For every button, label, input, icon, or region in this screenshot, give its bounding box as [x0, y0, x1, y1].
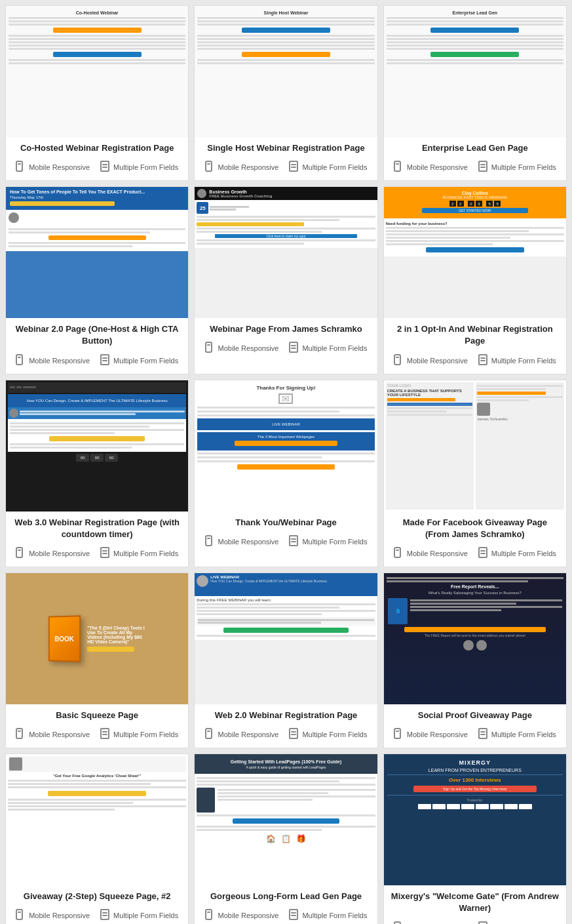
card-webinar20[interactable]: How To Get Tones of People To Tell You T…	[5, 186, 189, 374]
form-icon-badge	[478, 728, 489, 741]
thumbnail-2in1: Clay Collins BUSINESS FAST TRACK WEBINAR…	[384, 187, 566, 318]
form-badge: Multiple Form Fields	[100, 354, 178, 367]
mobile-badge: Mobile Responsive	[16, 547, 90, 560]
phone-icon	[16, 728, 26, 741]
form-badge: Multiple Form Fields	[478, 354, 556, 367]
form-icon-badge	[289, 535, 299, 548]
card-badges-thankyou: Mobile Responsive Multiple Form Fields	[200, 532, 373, 555]
form-badge: Multiple Form Fields	[100, 161, 178, 174]
card-2in1[interactable]: Clay Collins BUSINESS FAST TRACK WEBINAR…	[383, 186, 567, 374]
card-single-host[interactable]: Single Host Webinar Single Host Webinar …	[194, 5, 377, 181]
james-photo	[197, 189, 206, 198]
thumbnail-facebook: YOUR LOGO CREATE A BUSINESS THAT SUPPORT…	[384, 380, 566, 512]
thumbnail-giveaway2step: "Get Your Free Google Analytics 'Cheat S…	[6, 754, 188, 885]
card-badges-giveaway2step: Mobile Responsive Multiple Form Fields	[10, 906, 183, 924]
card-badges-web30: Mobile Responsive Multiple Form Fields	[10, 544, 183, 567]
mobile-badge: Mobile Responsive	[205, 909, 279, 922]
card-james[interactable]: Business Growth FREE Business Growth Coa…	[194, 186, 377, 374]
mobile-badge: Mobile Responsive	[394, 728, 468, 741]
thumbnail-enterprise: Enterprise Lead Gen	[384, 6, 566, 137]
card-title-cohosted: Co-Hosted Webinar Registration Page	[14, 137, 181, 158]
thumbnail-cohosted: Co-Hosted Webinar	[6, 6, 188, 137]
card-title-james: Webinar Page From James Schramko	[203, 318, 368, 339]
phone-icon	[205, 909, 216, 922]
card-badges-webinar20: Mobile Responsive Multiple Form Fields	[10, 352, 183, 374]
card-badges-james: Mobile Responsive Multiple Form Fields	[200, 339, 373, 361]
form-badge: Multiple Form Fields	[478, 547, 556, 560]
card-badges-gorgeous: Mobile Responsive Multiple Form Fields	[200, 906, 373, 924]
card-title-facebook: Made For Facebook Giveaway Page (From Ja…	[384, 512, 566, 544]
form-icon-badge	[478, 547, 489, 560]
thumbnail-gorgeous: Getting Started With LeadPages (100% Fre…	[195, 754, 377, 885]
card-cohosted[interactable]: Co-Hosted Webinar Co-Hosted Webinar Regi…	[5, 5, 189, 181]
form-icon-badge	[100, 547, 111, 560]
form-badge: Multiple Form Fields	[478, 728, 556, 741]
clay-collins-label: Clay Collins	[387, 191, 563, 195]
thumbnail-single: Single Host Webinar	[195, 6, 377, 137]
card-thankyou[interactable]: Thanks For Signing Up! ✉ LIVE WEBINAR Th…	[194, 380, 377, 567]
phone-icon	[394, 921, 404, 925]
card-enterprise[interactable]: Enterprise Lead Gen Enterprise Lead Gen …	[383, 5, 567, 181]
card-title-enterprise: Enterprise Lead Gen Page	[415, 137, 535, 158]
thumbnail-basic-squeeze: BOOK "The 5 (Dirt Cheap) Tools I Use To …	[6, 573, 188, 704]
form-icon-badge	[289, 342, 299, 355]
form-badge: Multiple Form Fields	[478, 921, 556, 925]
card-badges-web20: Mobile Responsive Multiple Form Fields	[200, 725, 373, 748]
mobile-badge: Mobile Responsive	[205, 161, 279, 174]
card-title-social-proof: Social Proof Giveaway Page	[411, 704, 539, 725]
form-icon-badge	[478, 161, 489, 174]
card-gorgeous[interactable]: Getting Started With LeadPages (100% Fre…	[194, 753, 377, 924]
thumbnail-social-proof: Free Report Reveals... What's Really Sab…	[384, 573, 566, 704]
card-mixergy[interactable]: MIXERGY LEARN FROM PROVEN ENTREPRENEURS …	[383, 753, 567, 924]
thumbnail-mixergy: MIXERGY LEARN FROM PROVEN ENTREPRENEURS …	[384, 754, 566, 885]
card-title-gorgeous: Gorgeous Long-Form Lead Gen Page	[204, 885, 368, 906]
phone-icon	[16, 354, 26, 367]
phone-icon	[16, 161, 26, 174]
card-web20[interactable]: LIVE WEBINAR How YOU Can Design, Create …	[194, 572, 377, 748]
form-icon-badge	[100, 354, 111, 367]
thumbnail-thankyou: Thanks For Signing Up! ✉ LIVE WEBINAR Th…	[195, 380, 377, 512]
form-badge: Multiple Form Fields	[289, 535, 367, 548]
card-title-thankyou: Thank You/Webinar Page	[229, 512, 343, 532]
card-badges-basic: Mobile Responsive Multiple Form Fields	[10, 725, 183, 748]
mobile-badge: Mobile Responsive	[394, 547, 468, 560]
card-giveaway2step[interactable]: "Get Your Free Google Analytics 'Cheat S…	[5, 753, 189, 924]
mobile-badge: Mobile Responsive	[394, 161, 468, 174]
mobile-badge: Mobile Responsive	[394, 354, 468, 367]
mobile-badge: Mobile Responsive	[205, 342, 279, 355]
card-badges-enterprise: Mobile Responsive Multiple Form Fields	[389, 158, 562, 180]
form-icon-badge	[100, 909, 111, 922]
phone-icon	[16, 909, 26, 922]
card-title-webinar20: Webinar 2.0 Page (One-Host & High CTA Bu…	[6, 318, 188, 351]
phone-icon	[394, 728, 404, 741]
form-badge: Multiple Form Fields	[289, 728, 367, 741]
form-badge: Multiple Form Fields	[289, 909, 367, 922]
form-icon-badge	[100, 728, 111, 741]
card-facebook[interactable]: YOUR LOGO CREATE A BUSINESS THAT SUPPORT…	[383, 380, 567, 567]
thumbnail-webinar20: How To Get Tones of People To Tell You T…	[6, 187, 188, 318]
form-icon-badge	[289, 728, 299, 741]
card-title-mixergy: Mixergy's "Welcome Gate" (From Andrew Wa…	[384, 885, 566, 918]
form-badge: Multiple Form Fields	[100, 909, 178, 922]
card-title-web30: Web 3.0 Webinar Registration Page (with …	[6, 512, 188, 544]
card-title-giveaway2step: Giveaway (2-Step) Squeeze Page, #2	[17, 885, 178, 906]
form-icon-badge	[478, 921, 489, 925]
mobile-badge: Mobile Responsive	[205, 728, 279, 741]
phone-icon	[205, 728, 216, 741]
template-grid: Co-Hosted Webinar Co-Hosted Webinar Regi…	[0, 0, 572, 924]
card-badges-facebook: Mobile Responsive Multiple Form Fields	[389, 544, 562, 567]
card-title-2in1: 2 in 1 Opt-In And Webinar Registration P…	[384, 318, 566, 351]
phone-icon	[205, 342, 216, 355]
book-cover: BOOK	[48, 615, 81, 662]
card-basic-squeeze[interactable]: BOOK "The 5 (Dirt Cheap) Tools I Use To …	[5, 572, 189, 748]
card-social-proof[interactable]: Free Report Reveals... What's Really Sab…	[383, 572, 567, 748]
form-icon-badge	[100, 161, 111, 174]
phone-icon	[394, 354, 404, 367]
form-badge: Multiple Form Fields	[289, 342, 367, 355]
mobile-badge: Mobile Responsive	[16, 728, 90, 741]
card-web30[interactable]: How YOU Can Design, Create & IMPLEMENT T…	[5, 380, 189, 567]
thumbnail-web30: How YOU Can Design, Create & IMPLEMENT T…	[6, 380, 188, 512]
phone-icon	[16, 547, 26, 560]
form-badge: Multiple Form Fields	[289, 161, 367, 174]
phone-icon	[205, 535, 216, 548]
